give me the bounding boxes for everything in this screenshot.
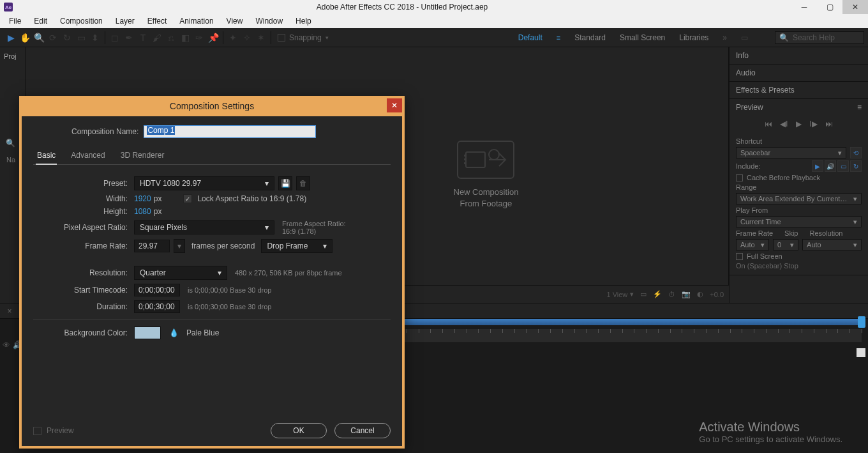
menu-composition[interactable]: Composition: [54, 15, 109, 27]
height-value[interactable]: 1080: [134, 207, 151, 216]
workspace-options-icon[interactable]: ▭: [741, 33, 748, 42]
preview-checkbox[interactable]: [33, 427, 41, 435]
preset-select[interactable]: HDTV 1080 29.97▾: [134, 176, 274, 190]
eyedropper-icon[interactable]: 💧: [167, 326, 180, 339]
new-composition-from-footage-button[interactable]: New Composition From Footage: [454, 141, 519, 210]
start-timecode-input[interactable]: 0;00;00;00: [134, 284, 180, 296]
zoom-tool[interactable]: 🔍: [32, 31, 46, 45]
effects-panel-header[interactable]: Effects & Presets: [730, 82, 868, 98]
project-search-icon[interactable]: 🔍: [4, 137, 17, 150]
search-help-input[interactable]: 🔍 Search Help: [775, 31, 864, 44]
fast-preview-icon[interactable]: ⚡: [653, 290, 662, 298]
timeline-icon[interactable]: ⏱: [668, 291, 675, 298]
local-axis-icon[interactable]: ✦: [226, 31, 240, 45]
preview-skip-select[interactable]: 0▾: [773, 239, 798, 250]
timeline-expand-icon[interactable]: [857, 348, 865, 357]
workspace-overflow-icon[interactable]: »: [722, 33, 727, 42]
next-frame-button[interactable]: Ⅰ▶: [809, 119, 818, 128]
cancel-button[interactable]: Cancel: [334, 423, 391, 438]
puppet-tool[interactable]: 📌: [206, 31, 220, 45]
menu-file[interactable]: File: [3, 15, 27, 27]
last-frame-button[interactable]: ⏭: [825, 119, 833, 128]
fullscreen-checkbox[interactable]: [736, 253, 743, 260]
menu-animation[interactable]: Animation: [173, 15, 220, 27]
lock-aspect-checkbox[interactable]: ✓: [183, 194, 192, 203]
duration-input[interactable]: 0;00;30;00: [134, 300, 180, 313]
view-count-dropdown[interactable]: 1 View ▾: [606, 290, 634, 298]
audio-panel-header[interactable]: Audio: [730, 65, 868, 81]
close-window-button[interactable]: ✕: [842, 0, 868, 14]
brush-tool[interactable]: 🖌: [150, 31, 164, 45]
save-preset-icon[interactable]: 💾: [278, 176, 292, 190]
info-panel-header[interactable]: Info: [730, 47, 868, 64]
project-tab[interactable]: Proj: [4, 52, 17, 60]
prev-frame-button[interactable]: ◀Ⅰ: [780, 119, 788, 128]
timeline-end-handle[interactable]: [858, 316, 865, 328]
snapping-toggle[interactable]: Snapping ▾: [278, 33, 329, 42]
menu-edit[interactable]: Edit: [27, 15, 54, 27]
shortcut-select[interactable]: Spacebar▾: [736, 147, 846, 158]
include-overlays-icon[interactable]: ▭: [837, 160, 849, 172]
workspace-menu-icon[interactable]: ≡: [557, 34, 560, 42]
tab-3d-renderer[interactable]: 3D Renderer: [119, 148, 166, 164]
loop-icon[interactable]: ↻: [850, 160, 862, 172]
menu-help[interactable]: Help: [289, 15, 318, 27]
selection-tool[interactable]: ▶: [4, 31, 18, 45]
shape-tool[interactable]: ◻: [108, 31, 122, 45]
menu-effect[interactable]: Effect: [141, 15, 173, 27]
resolution-select[interactable]: Quarter▾: [134, 266, 227, 280]
include-audio-icon[interactable]: 🔊: [825, 160, 836, 172]
panel-menu-icon[interactable]: ≡: [857, 103, 862, 112]
camera-tool[interactable]: ▭: [74, 31, 88, 45]
first-frame-button[interactable]: ⏮: [765, 119, 772, 128]
timeline-ruler[interactable]: [394, 329, 862, 343]
menu-view[interactable]: View: [220, 15, 250, 27]
menu-layer[interactable]: Layer: [109, 15, 141, 27]
tab-advanced[interactable]: Advanced: [70, 148, 106, 164]
reset-shortcut-icon[interactable]: ⟲: [850, 147, 862, 158]
pan-behind-tool[interactable]: ⬍: [88, 31, 102, 45]
range-select[interactable]: Work Area Extended By Current…▾: [736, 193, 862, 204]
timeline-work-area[interactable]: [394, 319, 862, 325]
maximize-button[interactable]: ▢: [817, 0, 842, 14]
playfrom-select[interactable]: Current Time▾: [736, 216, 862, 227]
timeline-video-icon[interactable]: 👁: [3, 341, 10, 349]
hand-tool[interactable]: ✋: [18, 31, 32, 45]
delete-preset-icon[interactable]: 🗑: [296, 176, 310, 190]
type-tool[interactable]: T: [136, 31, 150, 45]
preview-toggle[interactable]: Preview: [33, 426, 74, 435]
dialog-close-button[interactable]: ✕: [387, 98, 402, 112]
orbit-tool[interactable]: ⟳: [46, 31, 60, 45]
pixel-aspect-select[interactable]: Square Pixels▾: [134, 220, 274, 234]
rotate-tool[interactable]: ↻: [60, 31, 74, 45]
frame-rate-input[interactable]: 29.97: [134, 240, 170, 252]
preview-framerate-select[interactable]: Auto▾: [736, 239, 769, 250]
width-value[interactable]: 1920: [134, 194, 151, 203]
composition-name-input[interactable]: Comp 1: [144, 125, 316, 138]
menu-window[interactable]: Window: [249, 15, 289, 27]
preview-panel-header[interactable]: Preview≡: [730, 99, 868, 116]
exposure-reset-icon[interactable]: ◐: [697, 290, 703, 298]
play-button[interactable]: ▶: [796, 119, 802, 128]
preview-resolution-select[interactable]: Auto▾: [802, 239, 862, 250]
exposure-value[interactable]: +0.0: [710, 291, 724, 298]
view-axis-icon[interactable]: ✶: [254, 31, 268, 45]
eraser-tool[interactable]: ◧: [178, 31, 192, 45]
clone-tool[interactable]: ⎌: [164, 31, 178, 45]
workspace-default[interactable]: Default: [518, 33, 542, 42]
background-color-swatch[interactable]: [134, 326, 161, 339]
world-axis-icon[interactable]: ✧: [240, 31, 254, 45]
frame-rate-dropdown-icon[interactable]: ▾: [174, 239, 185, 253]
snapshot-icon[interactable]: 📷: [682, 290, 691, 298]
snapping-checkbox[interactable]: [278, 34, 285, 42]
tab-basic[interactable]: Basic: [36, 148, 57, 165]
minimize-button[interactable]: ─: [791, 0, 817, 14]
ok-button[interactable]: OK: [271, 423, 327, 438]
pen-tool[interactable]: ✒: [122, 31, 136, 45]
pixel-aspect-icon[interactable]: ▭: [640, 290, 647, 298]
include-video-icon[interactable]: ▶: [812, 160, 823, 172]
workspace-small-screen[interactable]: Small Screen: [620, 33, 665, 42]
workspace-standard[interactable]: Standard: [574, 33, 606, 42]
roto-tool[interactable]: ✑: [192, 31, 206, 45]
drop-frame-select[interactable]: Drop Frame▾: [261, 239, 333, 253]
